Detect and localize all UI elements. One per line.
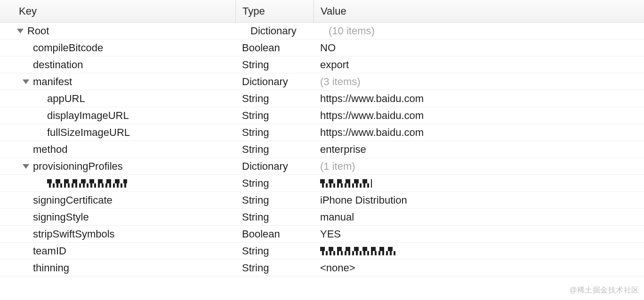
table-row[interactable]: String	[0, 175, 644, 192]
type-cell[interactable]: String	[235, 90, 314, 107]
indent-spacer	[23, 266, 30, 270]
table-row[interactable]: methodStringenterprise	[0, 141, 644, 158]
value-cell[interactable]: (3 items)	[314, 73, 644, 90]
value-cell[interactable]: YES	[314, 226, 644, 242]
value-cell[interactable]: enterprise	[314, 141, 644, 158]
value-cell[interactable]	[314, 175, 644, 191]
table-row[interactable]: manifestDictionary(3 items)	[0, 73, 644, 90]
value-cell[interactable]: https://www.baidu.com	[314, 124, 644, 141]
type-text: Boolean	[242, 42, 280, 54]
value-text: https://www.baidu.com	[320, 126, 424, 139]
value-cell[interactable]: https://www.baidu.com	[314, 90, 644, 107]
key-text: compileBitcode	[33, 42, 103, 54]
type-text: Dictionary	[242, 160, 288, 173]
key-cell[interactable]: displayImageURL	[0, 107, 235, 124]
table-row[interactable]: provisioningProfilesDictionary(1 item)	[0, 158, 644, 175]
column-header-key[interactable]: Key	[0, 0, 235, 22]
key-cell[interactable]: thinning	[0, 260, 235, 276]
value-cell[interactable]: https://www.baidu.com	[314, 107, 644, 124]
value-cell[interactable]: iPhone Distribution	[314, 192, 644, 208]
indent-spacer	[23, 147, 30, 152]
type-cell[interactable]: String	[235, 243, 314, 259]
value-text: NO	[320, 42, 336, 54]
key-cell[interactable]: manifest	[0, 73, 235, 90]
disclosure-triangle-icon[interactable]	[23, 79, 29, 84]
table-row[interactable]: destinationStringexport	[0, 56, 644, 73]
table-row[interactable]: teamIDString	[0, 243, 644, 260]
key-cell[interactable]	[0, 175, 235, 191]
plist-editor: Key Type Value RootDictionary(10 items)c…	[0, 0, 644, 276]
key-cell[interactable]: fullSizeImageURL	[0, 124, 235, 141]
key-text: thinning	[33, 262, 69, 274]
type-cell[interactable]: Boolean	[235, 226, 314, 242]
table-row[interactable]: thinningString<none>	[0, 260, 644, 276]
value-cell[interactable]	[314, 243, 644, 259]
disclosure-triangle-icon[interactable]	[17, 29, 24, 33]
table-row[interactable]: fullSizeImageURLStringhttps://www.baidu.…	[0, 124, 644, 141]
key-cell[interactable]: stripSwiftSymbols	[0, 226, 235, 242]
column-header-value[interactable]: Value	[314, 0, 644, 22]
indent-spacer	[23, 63, 30, 67]
indent-spacer	[23, 249, 30, 253]
value-cell[interactable]: (1 item)	[314, 158, 644, 174]
type-cell[interactable]: String	[235, 192, 314, 208]
key-text: signingCertificate	[33, 194, 113, 206]
type-cell[interactable]: String	[235, 175, 314, 191]
key-cell[interactable]: appURL	[0, 90, 235, 107]
table-row[interactable]: compileBitcodeBooleanNO	[0, 39, 644, 56]
table-row[interactable]: signingCertificateStringiPhone Distribut…	[0, 192, 644, 209]
indent-spacer	[37, 130, 44, 135]
column-header-type[interactable]: Type	[235, 0, 314, 22]
value-cell[interactable]: (10 items)	[322, 23, 644, 39]
value-cell[interactable]: <none>	[314, 260, 644, 276]
type-cell[interactable]: String	[235, 260, 314, 276]
redacted-value	[320, 179, 372, 188]
indent-spacer	[23, 232, 30, 237]
table-header: Key Type Value	[0, 0, 644, 23]
key-cell[interactable]: signingCertificate	[0, 192, 235, 208]
table-row[interactable]: displayImageURLStringhttps://www.baidu.c…	[0, 107, 644, 124]
key-cell[interactable]: destination	[0, 56, 235, 73]
value-cell[interactable]: export	[314, 56, 644, 73]
type-cell[interactable]: Boolean	[235, 39, 314, 56]
key-cell[interactable]: teamID	[0, 243, 235, 259]
type-text: Dictionary	[242, 76, 288, 88]
type-cell[interactable]: Dictionary	[244, 23, 322, 39]
disclosure-triangle-icon[interactable]	[23, 164, 29, 169]
value-cell[interactable]: manual	[314, 209, 644, 225]
key-text: teamID	[33, 245, 66, 257]
type-cell[interactable]: String	[235, 56, 314, 73]
key-cell[interactable]: compileBitcode	[0, 39, 235, 56]
table-body: RootDictionary(10 items)compileBitcodeBo…	[0, 23, 644, 276]
type-cell[interactable]: Dictionary	[235, 158, 314, 174]
type-text: String	[242, 110, 269, 122]
value-cell[interactable]: NO	[314, 39, 644, 56]
type-text: Boolean	[242, 228, 280, 240]
type-text: String	[242, 143, 269, 156]
key-cell[interactable]: Root	[8, 23, 244, 39]
indent-spacer	[23, 46, 30, 50]
key-text: stripSwiftSymbols	[33, 228, 115, 240]
table-row[interactable]: stripSwiftSymbolsBooleanYES	[0, 226, 644, 243]
table-row[interactable]: appURLStringhttps://www.baidu.com	[0, 90, 644, 107]
key-text: displayImageURL	[47, 110, 129, 122]
type-text: String	[242, 93, 269, 105]
type-cell[interactable]: String	[235, 107, 314, 124]
type-cell[interactable]: Dictionary	[235, 73, 314, 90]
watermark-text: @稀土掘金技术社区	[569, 285, 639, 295]
table-row[interactable]: RootDictionary(10 items)	[0, 23, 644, 39]
key-cell[interactable]: method	[0, 141, 235, 158]
type-text: String	[242, 245, 269, 257]
value-text: export	[320, 59, 349, 71]
type-cell[interactable]: String	[235, 209, 314, 225]
type-cell[interactable]: String	[235, 124, 314, 141]
type-cell[interactable]: String	[235, 141, 314, 158]
table-row[interactable]: signingStyleStringmanual	[0, 209, 644, 226]
key-cell[interactable]: signingStyle	[0, 209, 235, 225]
type-text: String	[242, 126, 269, 139]
redacted-value	[320, 247, 395, 255]
indent-spacer	[23, 215, 30, 220]
key-cell[interactable]: provisioningProfiles	[0, 158, 235, 174]
type-text: Dictionary	[250, 25, 297, 37]
indent-spacer	[37, 113, 44, 118]
